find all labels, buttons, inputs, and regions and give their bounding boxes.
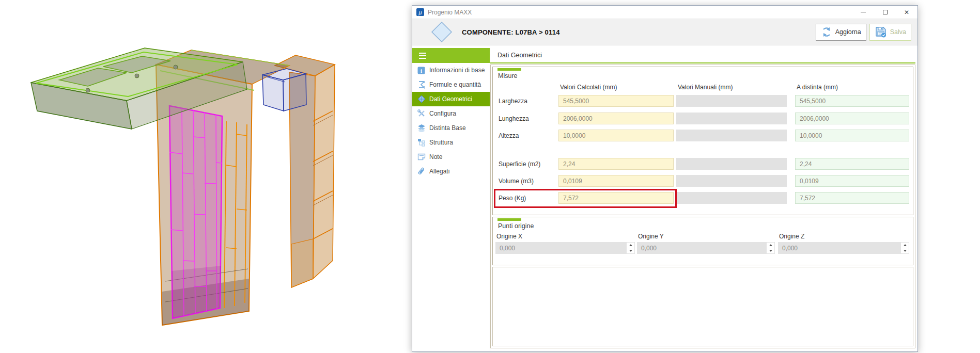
larghezza-manuale-field[interactable] [676, 95, 787, 107]
sidebar: i Informazioni di base Formule e quantit… [412, 48, 490, 351]
app-logo-icon: μ [416, 8, 424, 16]
superficie-manuale-field[interactable] [676, 158, 787, 170]
spin-down-icon[interactable] [904, 250, 907, 252]
sidebar-item-label: Allegati [429, 168, 449, 175]
volume-distinta-field[interactable]: 0,0109 [795, 175, 909, 187]
origine-y-spinner[interactable]: 0,000 [637, 242, 775, 254]
row-label-superficie: Superficie (m2) [499, 158, 556, 170]
peso-distinta-field[interactable]: 7,572 [795, 192, 909, 204]
salva-label: Salva [890, 28, 906, 36]
component-label: COMPONENTE: L07BA > 0114 [462, 28, 560, 36]
layers-icon [417, 124, 426, 133]
spin-up-icon[interactable] [769, 244, 772, 246]
diamond-icon [417, 95, 426, 104]
peso-calcolato-field[interactable]: 7,572 [558, 192, 674, 204]
origine-y-value: 0,000 [641, 245, 657, 252]
volume-calcolato-field[interactable]: 0,0109 [558, 175, 674, 187]
cad-3d-viewport[interactable] [21, 44, 372, 333]
misure-groupbox: Misure Valori Calcolati (mm) Valori Manu… [492, 67, 913, 215]
screen: μ Progenio MAXX ✕ COMPONENTE: L07BA > 01… [0, 0, 980, 353]
peso-manuale-field[interactable] [676, 192, 787, 204]
row-label-altezza: Altezza [499, 130, 556, 141]
close-icon: ✕ [904, 9, 909, 15]
cad-model-drawing [21, 44, 372, 333]
sidebar-item-note[interactable]: Note [412, 150, 490, 164]
misure-title: Misure [498, 72, 518, 79]
sidebar-item-label: Formule e quantità [429, 81, 481, 88]
sidebar-item-dati-geometrici[interactable]: Dati Geometrici [412, 92, 490, 106]
larghezza-distinta-field[interactable]: 545,5000 [795, 95, 909, 107]
column-header-a-distinta: A distinta (mm) [797, 84, 838, 91]
sidebar-item-label: Note [429, 153, 442, 161]
close-button[interactable]: ✕ [896, 6, 917, 19]
sidebar-item-label: Informazioni di base [429, 67, 485, 74]
spin-up-icon[interactable] [629, 244, 632, 246]
altezza-manuale-field[interactable] [676, 130, 787, 141]
spinner-arrows[interactable] [627, 243, 634, 253]
model-selected-panel-magenta [169, 106, 222, 318]
tab-bar: Dati Geometrici [490, 48, 915, 63]
minimize-icon [861, 12, 866, 12]
salva-button[interactable]: Salva [869, 24, 911, 41]
volume-manuale-field[interactable] [676, 175, 787, 187]
note-icon [417, 153, 426, 162]
paperclip-icon [417, 167, 426, 176]
sidebar-item-label: Struttura [429, 139, 453, 146]
altezza-distinta-field[interactable]: 10,0000 [795, 130, 909, 141]
punti-origine-title: Punti origine [498, 222, 534, 230]
info-icon: i [417, 66, 426, 75]
sidebar-item-informazioni-di-base[interactable]: i Informazioni di base [412, 63, 490, 77]
sidebar-item-struttura[interactable]: Struttura [412, 135, 490, 150]
tree-icon [417, 138, 426, 147]
tools-icon [417, 109, 426, 118]
origine-x-spinner[interactable]: 0,000 [495, 242, 635, 254]
window-title: Progenio MAXX [428, 9, 852, 16]
tab-dati-geometrici[interactable]: Dati Geometrici [497, 52, 542, 59]
column-header-valori-manuali: Valori Manuali (mm) [678, 84, 733, 91]
origine-x-value: 0,000 [500, 245, 515, 252]
lunghezza-calcolato-field[interactable]: 2006,0000 [558, 113, 674, 124]
larghezza-calcolato-field[interactable]: 545,5000 [558, 95, 674, 107]
app-window: μ Progenio MAXX ✕ COMPONENTE: L07BA > 01… [412, 5, 918, 352]
component-header: COMPONENTE: L07BA > 0114 Aggiorna [412, 19, 917, 45]
punti-origine-groupbox: Punti origine Origine X Origine Y Origin… [492, 217, 913, 265]
column-header-valori-calcolati: Valori Calcolati (mm) [560, 84, 617, 91]
sigma-icon [417, 81, 426, 89]
spin-down-icon[interactable] [769, 250, 772, 252]
groupbox-accent-bar [497, 218, 521, 221]
svg-text:i: i [421, 67, 422, 73]
sidebar-menu-toggle[interactable] [412, 48, 490, 63]
spinner-arrows[interactable] [767, 243, 774, 253]
spin-up-icon[interactable] [904, 244, 907, 246]
save-floppy-icon [875, 26, 887, 38]
aggiorna-button[interactable]: Aggiorna [816, 24, 866, 41]
sidebar-item-label: Configura [429, 110, 456, 117]
minimize-button[interactable] [852, 6, 874, 19]
spinner-arrows[interactable] [901, 243, 909, 253]
superficie-calcolato-field[interactable]: 2,24 [558, 158, 674, 170]
main-content: Dati Geometrici Misure Valori Calcolati … [490, 48, 917, 351]
sidebar-item-configura[interactable]: Configura [412, 106, 490, 121]
dati-geometrici-panel: Misure Valori Calcolati (mm) Valori Manu… [490, 65, 915, 348]
lunghezza-manuale-field[interactable] [676, 113, 787, 124]
spin-down-icon[interactable] [629, 250, 632, 252]
origine-y-label: Origine Y [638, 233, 664, 240]
row-label-lunghezza: Lunghezza [499, 113, 556, 124]
altezza-calcolato-field[interactable]: 10,0000 [558, 130, 674, 141]
maximize-button[interactable] [874, 6, 896, 19]
hamburger-icon [419, 53, 426, 59]
sidebar-item-distinta-base[interactable]: Distinta Base [412, 121, 490, 135]
sidebar-item-allegati[interactable]: Allegati [412, 164, 490, 179]
origine-z-value: 0,000 [782, 245, 798, 252]
lunghezza-distinta-field[interactable]: 2006,0000 [795, 113, 909, 124]
empty-detail-panel [492, 267, 913, 346]
title-bar[interactable]: μ Progenio MAXX ✕ [412, 6, 917, 19]
superficie-distinta-field[interactable]: 2,24 [795, 158, 909, 170]
model-blue-box [262, 69, 306, 111]
diamond-icon [431, 21, 453, 43]
refresh-icon [821, 26, 832, 38]
origine-z-spinner[interactable]: 0,000 [778, 242, 909, 254]
sidebar-item-formule-e-quantita[interactable]: Formule e quantità [412, 77, 490, 92]
sidebar-item-label: Dati Geometrici [429, 95, 472, 103]
row-label-larghezza: Larghezza [499, 95, 556, 107]
